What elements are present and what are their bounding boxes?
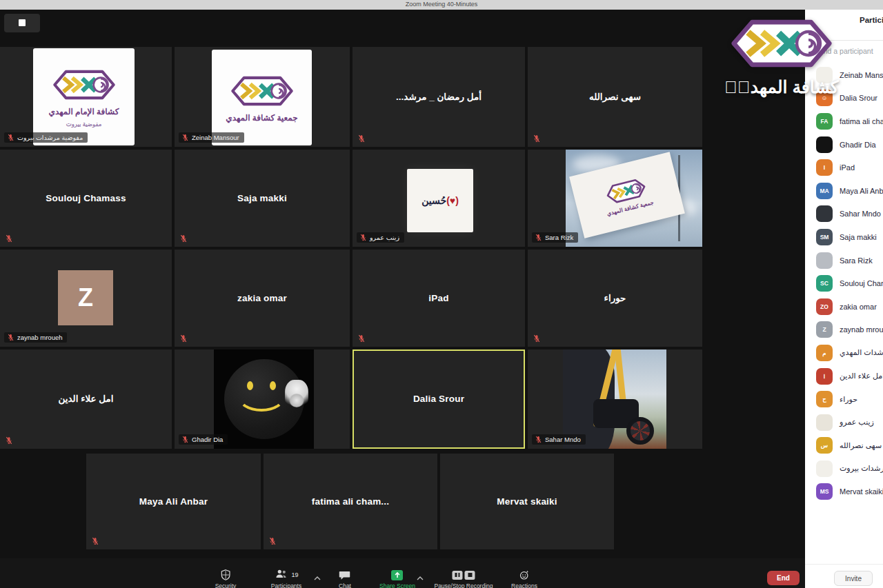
end-meeting-button[interactable]: End: [767, 571, 800, 585]
muted-mic-icon: [91, 537, 99, 545]
participant-name: iPad: [358, 292, 519, 303]
participant-name: Saja makki: [840, 233, 877, 241]
zoom-meeting-window: Zoom Meeting 40-Minutes كشافة الإمام الم…: [0, 0, 883, 588]
hussein-avatar-image: حُسين(♥): [407, 169, 473, 232]
participant-row[interactable]: Sara Rizk: [805, 249, 883, 272]
stop-recording-icon: [465, 571, 475, 580]
video-grid-area: كشافة الإمام المهدي مفوضية بيروت مفوضية …: [0, 10, 805, 588]
participants-icon: [274, 569, 288, 582]
video-tile-maya-ali-anbar[interactable]: Maya Ali Anbar: [86, 454, 261, 549]
astronaut-figure: [285, 380, 308, 410]
avatar: ☺: [816, 90, 833, 106]
participant-name: مرشدات المهدي: [840, 348, 883, 357]
participant-row[interactable]: ZOzakia omar: [805, 295, 883, 318]
participant-row[interactable]: Zzaynab mroueh: [805, 318, 883, 342]
video-tile-mervat-skaiki[interactable]: Mervat skaiki: [440, 454, 614, 549]
video-tile-amal-alaa-eddine[interactable]: امل علاء الدين: [0, 349, 172, 449]
muted-mic-icon: [357, 134, 366, 143]
avatar: [816, 460, 833, 477]
muted-mic-icon: [181, 436, 189, 443]
participants-panel-header: Participants (19): [805, 10, 883, 41]
avatar: س: [816, 437, 833, 454]
moon-smiley-image: [214, 349, 314, 449]
video-tile-zeinab-amro[interactable]: حُسين(♥) زينب عمرو: [353, 150, 525, 247]
video-tile-dalia-srour-speaking[interactable]: Dalia Srour: [353, 349, 525, 449]
participant-row[interactable]: مرشدات بيروت: [805, 457, 883, 480]
share-screen-menu-chevron-icon[interactable]: [417, 571, 424, 576]
participant-name: Dalia Srour: [840, 94, 877, 102]
participant-row[interactable]: FAfatima ali cham...: [805, 110, 883, 133]
participants-menu-chevron-icon[interactable]: [314, 571, 321, 576]
participant-name: امل علاء الدين: [840, 372, 883, 381]
participant-name: Maya Ali Anbar: [92, 496, 255, 506]
participant-row[interactable]: ححوراء: [805, 387, 883, 411]
scout-logo-card: جمعية كشافة المهدي: [212, 50, 312, 145]
video-tile-saja-makki[interactable]: Saja makki: [175, 150, 350, 247]
video-tile-soulouj-chamass[interactable]: Soulouj Chamass: [0, 150, 172, 247]
reactions-button[interactable]: Reactions: [511, 569, 537, 588]
video-tile-sara-rizk[interactable]: جمعية كشافة المهدي Sara Rizk: [528, 150, 702, 247]
logo-card-title: كشافة الإمام المهدي: [49, 107, 119, 116]
participant-row[interactable]: MSMervat skaiki: [805, 480, 883, 504]
avatar: ح: [816, 391, 833, 407]
window-title-bar: Zoom Meeting 40-Minutes: [0, 0, 883, 10]
participants-panel-footer: Invite: [805, 564, 883, 588]
participant-name: Sara Rizk: [545, 234, 573, 241]
avatar: [816, 252, 833, 269]
participant-row[interactable]: Sahar Mndo: [805, 203, 883, 226]
participants-list: Zeinab Mansour ☺Dalia Srour FAfatima ali…: [805, 63, 883, 503]
security-button[interactable]: Security: [215, 569, 237, 588]
video-tile-sahar-mndo[interactable]: Sahar Mndo: [528, 349, 702, 449]
participant-row[interactable]: MAMaya Ali Anbar: [805, 179, 883, 203]
participant-search-input[interactable]: Find a participant: [805, 41, 883, 62]
chat-button[interactable]: Chat: [339, 569, 351, 588]
participant-name: مرشدات بيروت: [840, 464, 883, 473]
invite-button[interactable]: Invite: [834, 571, 873, 586]
video-tile-zakia-omar[interactable]: zakia omar: [175, 250, 350, 347]
participant-name-tag: zaynab mroueh: [4, 332, 67, 343]
muted-mic-icon: [5, 234, 13, 243]
participants-button[interactable]: 19 Participants: [271, 569, 301, 588]
video-tile-zaynab-mroueh[interactable]: Z zaynab mroueh: [0, 250, 172, 347]
participant-row[interactable]: سسهى نصرالله: [805, 434, 883, 458]
muted-mic-icon: [179, 334, 188, 343]
muted-mic-icon: [7, 134, 14, 141]
avatar: SC: [816, 275, 833, 292]
participant-name: زينب عمرو: [370, 234, 399, 241]
participant-name: Dalia Srour: [358, 394, 519, 404]
participant-row[interactable]: ☺Dalia Srour: [805, 87, 883, 110]
muted-mic-icon: [268, 537, 277, 545]
video-tile-mafawdiyat-beirut[interactable]: كشافة الإمام المهدي مفوضية بيروت مفوضية …: [0, 47, 172, 147]
logo-card-subtitle: مفوضية بيروت: [66, 121, 102, 128]
video-tile-suha-nasrallah[interactable]: سهى نصرالله: [528, 47, 702, 147]
view-toggle-button[interactable]: [4, 14, 40, 32]
share-screen-button[interactable]: Share Screen: [379, 569, 415, 588]
participant-row[interactable]: SMSaja makki: [805, 225, 883, 249]
participant-row[interactable]: زينب عمرو: [805, 411, 883, 434]
video-tile-ipad[interactable]: iPad: [353, 250, 525, 347]
muted-mic-icon: [7, 334, 14, 341]
video-tile-zeinab-mansour[interactable]: جمعية كشافة المهدي Zeinab Mansour: [175, 47, 350, 147]
participant-name-tag: Sara Rizk: [532, 232, 578, 243]
participant-row[interactable]: ممرشدات المهدي: [805, 341, 883, 365]
video-tile-fatima-ali-cham[interactable]: fatima ali cham...: [264, 454, 437, 549]
participant-name-tag: مفوضية مرشدات بيروت: [4, 132, 88, 143]
participant-row[interactable]: SCSoulouj Chamass: [805, 272, 883, 295]
participant-row[interactable]: Ghadir Dia: [805, 133, 883, 156]
participant-row[interactable]: IiPad: [805, 156, 883, 179]
avatar: [816, 205, 833, 222]
pause-stop-recording-button[interactable]: Pause/Stop Recording: [434, 569, 493, 588]
muted-mic-icon: [535, 436, 542, 443]
participant-row[interactable]: اامل علاء الدين: [805, 365, 883, 388]
participant-row[interactable]: Zeinab Mansour: [805, 63, 883, 87]
participant-name: zaynab mroueh: [840, 325, 883, 334]
scout-logo-card: كشافة الإمام المهدي مفوضية بيروت: [33, 48, 135, 145]
participant-name: Mervat skaiki: [446, 496, 608, 506]
avatar: [816, 67, 833, 83]
flag-photo: جمعية كشافة المهدي: [566, 150, 702, 247]
video-tile-amal-ramadan[interactable]: ...أمل رمضان _ مرشد: [353, 47, 525, 147]
video-tile-hawraa[interactable]: حوراء: [528, 250, 702, 347]
muted-mic-icon: [357, 334, 366, 343]
participant-name-tag: Ghadir Dia: [179, 434, 228, 445]
video-tile-ghadir-dia[interactable]: Ghadir Dia: [175, 349, 350, 449]
